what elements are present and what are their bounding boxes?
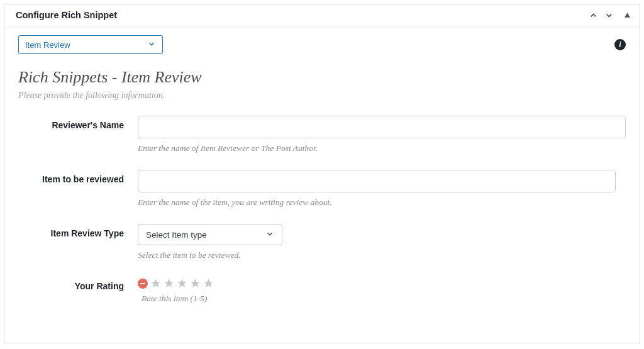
svg-marker-0	[625, 13, 630, 18]
row-rating: Your Rating	[18, 277, 626, 304]
row-reviewer-name: Reviewer's Name Enter the name of Item R…	[18, 116, 626, 153]
panel-title: Configure Rich Snippet	[16, 10, 117, 20]
helper-item-type: Select the item to be reviewed.	[138, 250, 626, 260]
svg-marker-3	[177, 279, 186, 287]
snippet-type-selected: Item Review	[25, 40, 70, 50]
reviewer-name-input[interactable]	[138, 116, 626, 138]
svg-marker-2	[164, 279, 173, 287]
triangle-up-icon[interactable]	[624, 12, 631, 19]
info-icon[interactable]: i	[614, 39, 626, 50]
chevron-down-icon	[265, 230, 274, 240]
panel-header-controls	[589, 11, 631, 20]
star-4[interactable]	[190, 278, 201, 289]
svg-marker-5	[204, 279, 213, 287]
star-5[interactable]	[203, 278, 214, 289]
item-type-selected: Select Item type	[146, 230, 207, 240]
helper-item-reviewed: Enter the name of the item, you are writ…	[138, 197, 616, 208]
chevron-up-icon[interactable]	[589, 11, 598, 20]
star-2[interactable]	[164, 278, 174, 289]
snippet-type-select[interactable]: Item Review	[18, 35, 163, 54]
panel-top-row: Item Review i	[18, 35, 626, 54]
item-type-select[interactable]: Select Item type	[138, 224, 282, 245]
label-rating: Your Rating	[18, 277, 138, 291]
panel-body: Item Review i Rich Snippets - Item Revie…	[4, 26, 640, 315]
section-title: Rich Snippets - Item Review	[18, 68, 626, 87]
chevron-down-icon[interactable]	[604, 11, 614, 20]
row-item-type: Item Review Type Select Item type Select…	[18, 224, 626, 260]
label-reviewer-name: Reviewer's Name	[18, 116, 138, 130]
star-1[interactable]	[150, 278, 161, 289]
row-item-reviewed: Item to be reviewed Enter the name of th…	[18, 170, 626, 208]
rating-control	[138, 277, 626, 289]
section-subtitle: Please provide the following information…	[18, 91, 626, 101]
svg-marker-1	[151, 279, 160, 287]
label-item-type: Item Review Type	[18, 224, 138, 238]
svg-marker-4	[191, 279, 199, 287]
chevron-down-icon	[147, 40, 156, 50]
helper-rating: Rate this item (1-5)	[142, 294, 626, 304]
label-item-reviewed: Item to be reviewed	[18, 170, 138, 184]
star-3[interactable]	[177, 278, 187, 289]
item-reviewed-input[interactable]	[138, 170, 616, 192]
panel-header: Configure Rich Snippet	[4, 4, 640, 26]
helper-reviewer-name: Enter the name of Item Reviewer or The P…	[138, 143, 626, 153]
clear-rating-icon[interactable]	[138, 279, 148, 289]
configure-rich-snippet-panel: Configure Rich Snippet Item Review i	[4, 4, 640, 343]
